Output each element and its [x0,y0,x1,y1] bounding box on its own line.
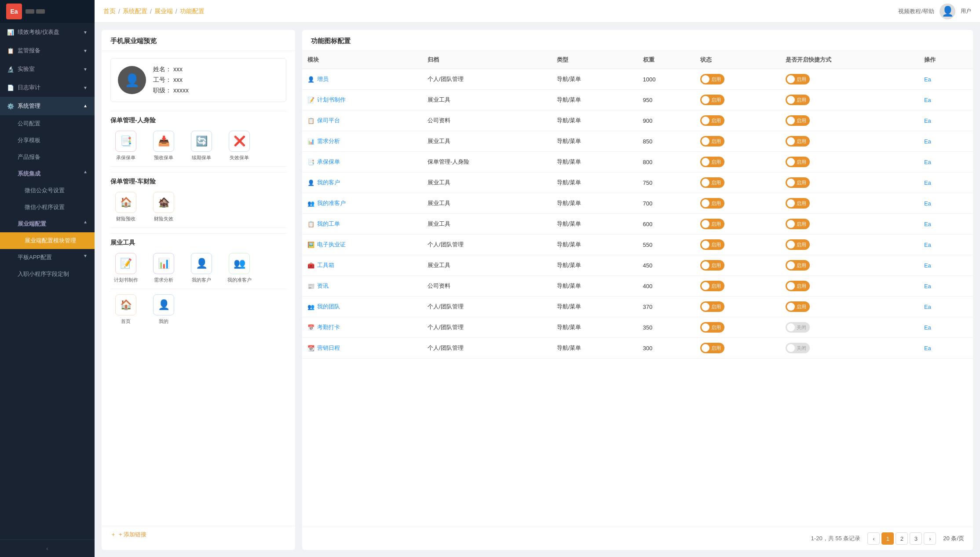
edit-button[interactable]: Ea [924,242,968,248]
module-name[interactable]: 📰资讯 [307,282,417,290]
edit-button[interactable]: Ea [924,76,968,83]
list-item[interactable]: 🏠 首页 [110,294,141,325]
sidebar-item-supervision[interactable]: 📋监管报备 ▼ [0,41,95,60]
sidebar-item-performance[interactable]: 📊绩效考核/仪表盘 ▼ [0,23,95,41]
module-name[interactable]: 📋保司平台 [307,117,417,125]
quick-toggle[interactable]: 启用 [786,260,810,271]
sidebar-item-tablet-app[interactable]: 平板APP配置 ▼ [0,249,95,266]
status-toggle[interactable]: 启用 [700,322,724,333]
quick-toggle[interactable]: 关闭 [786,343,810,353]
edit-button[interactable]: Ea [924,324,968,331]
breadcrumb-sys-config[interactable]: 系统配置 [123,7,147,15]
page-3-button[interactable]: 3 [910,532,922,545]
page-1-button[interactable]: 1 [881,532,894,545]
status-toggle[interactable]: 启用 [700,219,724,229]
status-cell: 启用 [695,193,780,214]
module-icon: 👤 [307,180,314,186]
list-item[interactable]: ❌ 失效保单 [224,131,255,161]
quick-toggle[interactable]: 启用 [786,157,810,167]
module-name[interactable]: 👥我的准客户 [307,199,417,207]
edit-button[interactable]: Ea [924,262,968,269]
table-container: 模块 归档 类型 权重 状态 是否开启快捷方式 操作 👤增员个人/团队管理导航/… [302,51,973,527]
table-row: 📋保司平台公司资料导航/菜单900启用启用Ea [302,110,973,131]
module-name[interactable]: 📆营销日程 [307,344,417,352]
sidebar-item-company-config[interactable]: 公司配置 [0,115,95,132]
list-item[interactable]: 🏚️ 财险失效 [148,192,179,222]
help-link[interactable]: 视频教程/帮助 [898,7,934,15]
list-item[interactable]: 📊 需求分析 [148,253,179,283]
module-name[interactable]: 📊需求分析 [307,137,417,145]
list-item[interactable]: 🔄 续期保单 [186,131,217,161]
edit-button[interactable]: Ea [924,180,968,186]
quick-toggle[interactable]: 启用 [786,198,810,209]
status-toggle[interactable]: 启用 [700,301,724,312]
status-toggle[interactable]: 启用 [700,136,724,147]
add-link-button-left[interactable]: ＋ + 添加链接 [102,526,295,543]
module-name[interactable]: 🧰工具箱 [307,261,417,269]
edit-button[interactable]: Ea [924,304,968,310]
edit-button[interactable]: Ea [924,345,968,352]
chevron-performance: ▼ [83,30,88,35]
sidebar-item-share-template[interactable]: 分享模板 [0,132,95,149]
module-name[interactable]: 👤增员 [307,75,417,83]
status-toggle[interactable]: 启用 [700,95,724,105]
breadcrumb-home[interactable]: 首页 [103,7,116,15]
status-toggle[interactable]: 启用 [700,198,724,209]
breadcrumb-exhibition[interactable]: 展业端 [154,7,173,15]
page-prev-button[interactable]: ‹ [867,532,880,545]
status-toggle[interactable]: 启用 [700,177,724,188]
status-toggle[interactable]: 启用 [700,281,724,291]
list-item[interactable]: 👤 我的 [148,294,179,325]
sidebar-item-onboard-mini[interactable]: 入职小程序字段定制 [0,266,95,282]
status-toggle[interactable]: 启用 [700,157,724,167]
sidebar-item-audit[interactable]: 📄日志审计 ▼ [0,78,95,97]
sidebar-item-sys-integration[interactable]: 系统集成 ▼ [0,165,95,182]
edit-button[interactable]: Ea [924,221,968,227]
module-name[interactable]: 👥我的团队 [307,303,417,311]
module-name[interactable]: 📝计划书制作 [307,96,417,104]
sidebar-item-exhibition-module[interactable]: 展业端配置模块管理 [0,232,95,249]
list-item[interactable]: 📝 计划书制作 [110,253,141,283]
list-item[interactable]: 📑 承保保单 [110,131,141,161]
module-name[interactable]: 📋我的工单 [307,220,417,228]
list-item[interactable]: 👥 我的准客户 [224,253,255,283]
module-name[interactable]: 👤我的客户 [307,179,417,187]
sidebar-item-sysadmin[interactable]: ⚙️系统管理 ▼ [0,97,95,115]
status-toggle[interactable]: 启用 [700,260,724,271]
page-next-button[interactable]: › [924,532,936,545]
quick-toggle[interactable]: 启用 [786,281,810,291]
edit-button[interactable]: Ea [924,200,968,207]
quick-toggle[interactable]: 启用 [786,115,810,126]
status-toggle[interactable]: 启用 [700,343,724,353]
edit-button[interactable]: Ea [924,117,968,124]
sidebar-item-product-report[interactable]: 产品报备 [0,149,95,165]
module-name[interactable]: 📑承保保单 [307,158,417,166]
list-item[interactable]: 📥 预收保单 [148,131,179,161]
quick-toggle[interactable]: 启用 [786,301,810,312]
list-item[interactable]: 👤 我的客户 [186,253,217,283]
status-toggle[interactable]: 启用 [700,115,724,126]
sidebar-item-exhibition-config[interactable]: 展业端配置 ▼ [0,216,95,232]
status-toggle[interactable]: 启用 [700,239,724,250]
edit-button[interactable]: Ea [924,159,968,165]
edit-button[interactable]: Ea [924,283,968,289]
module-name[interactable]: 🖼️电子执业证 [307,241,417,249]
sidebar-item-wechat-official[interactable]: 微信公众号设置 [0,182,95,199]
edit-button[interactable]: Ea [924,97,968,103]
sidebar-item-lab[interactable]: 🔬实验室 ▼ [0,60,95,78]
quick-toggle[interactable]: 关闭 [786,322,810,333]
status-toggle[interactable]: 启用 [700,74,724,84]
module-name[interactable]: 📅考勤打卡 [307,323,417,331]
quick-toggle[interactable]: 启用 [786,74,810,84]
page-2-button[interactable]: 2 [896,532,908,545]
edit-button[interactable]: Ea [924,138,968,145]
sidebar-item-wechat-mini[interactable]: 微信小程序设置 [0,199,95,216]
quick-toggle[interactable]: 启用 [786,239,810,250]
quick-toggle[interactable]: 启用 [786,177,810,188]
list-item[interactable]: 🏠 财险预收 [110,192,141,222]
quick-toggle[interactable]: 启用 [786,136,810,147]
quick-toggle[interactable]: 启用 [786,219,810,229]
quick-toggle[interactable]: 启用 [786,95,810,105]
sidebar-collapse-button[interactable]: ‹ [0,539,95,557]
weight-cell: 900 [638,110,695,131]
